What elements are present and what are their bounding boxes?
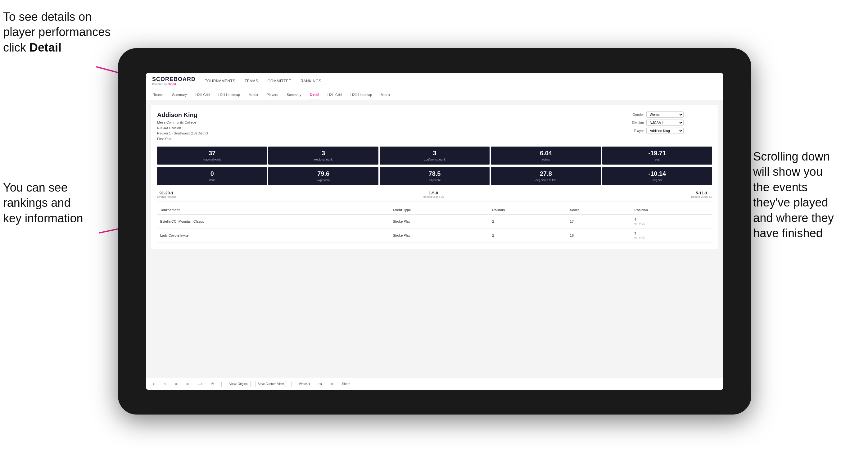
logo-text: SCOREBOARD <box>152 76 195 83</box>
main-content: Addison King Mesa Community College NJCA… <box>146 100 723 378</box>
tournament-table: Tournament Event Type Rounds Score Posit… <box>157 206 712 243</box>
zoom-out-button[interactable]: ⊕ <box>184 381 191 387</box>
stat-adj-score: 78.5 Adj Score <box>380 167 490 185</box>
score-1: 17 <box>567 214 631 228</box>
player-name: Addison King <box>157 112 208 119</box>
stat-sos: -19.71 SoS <box>602 147 712 164</box>
stat-points: 6.04 Points <box>491 147 601 164</box>
col-empty <box>364 206 390 215</box>
player-school: Mesa Community College <box>157 121 196 124</box>
stat-national-rank: 37 National Rank <box>157 147 267 164</box>
stat-avg-sg: -10.14 Avg SG <box>602 167 712 185</box>
sub-navigation: Teams Summary H2H Grid H2H Heatmap Matri… <box>146 89 723 100</box>
event-type-2: Stroke Play <box>390 228 489 242</box>
subnav-h2h-heatmap[interactable]: H2H Heatmap <box>217 90 241 99</box>
undo-button[interactable]: ↩ <box>151 381 157 387</box>
player-label: Player <box>625 129 644 132</box>
empty-cell-2 <box>364 228 390 242</box>
col-tournament: Tournament <box>157 206 364 215</box>
col-position: Position <box>631 206 712 215</box>
toolbar-sep-2: | <box>291 382 292 386</box>
stat-conference-rank: 3 Conference Rank <box>380 147 490 164</box>
view-original-button[interactable]: View: Original <box>227 381 251 387</box>
fit-button[interactable]: —+ <box>195 381 204 387</box>
zoom-in-button[interactable]: ⊕ <box>173 381 180 387</box>
player-filter-row: Player Addison King <box>625 128 712 134</box>
share-button[interactable]: Share <box>340 381 352 387</box>
toolbar-sep-1: | <box>221 382 222 386</box>
tournament-name-2: Lady Coyote Invite <box>157 228 364 242</box>
subnav-summary[interactable]: Summary <box>171 90 188 99</box>
layout-button[interactable]: □▾ <box>317 381 324 387</box>
gender-filter-row: Gender Women <box>625 112 712 118</box>
table-row: Estella CC- Mountain Classic Stroke Play… <box>157 214 712 228</box>
annotation-bottom-left: You can see rankings and key information <box>3 180 108 226</box>
stat-wins: 0 Wins <box>157 167 267 185</box>
player-header: Addison King Mesa Community College NJCA… <box>157 112 712 142</box>
position-1: 4 out of 20 <box>631 214 712 228</box>
stats-row-2: 0 Wins 79.6 Avg Score 78.5 Adj Score 27.… <box>157 167 712 185</box>
tablet-device: SCOREBOARD Powered by clippd TOURNAMENTS… <box>118 48 751 414</box>
bottom-toolbar: ↩ ↪ ⊕ ⊕ —+ ⏱ | View: Original Save Custo… <box>146 378 723 390</box>
subnav-h2h-heatmap2[interactable]: H2H Heatmap <box>349 90 373 99</box>
subnav-matrix[interactable]: Matrix <box>247 90 259 99</box>
player-select[interactable]: Addison King <box>646 128 684 134</box>
subnav-matrix2[interactable]: Matrix <box>379 90 391 99</box>
rounds-2: 2 <box>489 228 566 242</box>
subnav-h2h-grid2[interactable]: H2H Grid <box>326 90 343 99</box>
player-division: NJCAA Division 1 <box>157 126 184 130</box>
annotation-top-left: To see details on player performances cl… <box>3 9 115 55</box>
subnav-h2h-grid[interactable]: H2H Grid <box>194 90 211 99</box>
records-row: 91-20-1 Overall Record 1-5-0 Record vs t… <box>157 188 712 202</box>
col-event-type: Event Type <box>390 206 489 215</box>
overall-record: 91-20-1 Overall Record <box>157 191 176 198</box>
stats-row-1: 37 National Rank 3 Regional Rank 3 Confe… <box>157 147 712 164</box>
nav-committee[interactable]: COMMITTEE <box>268 79 291 83</box>
rounds-1: 2 <box>489 214 566 228</box>
nav-teams[interactable]: TEAMS <box>245 79 258 83</box>
empty-cell-1 <box>364 214 390 228</box>
subnav-summary2[interactable]: Summary <box>286 90 303 99</box>
save-custom-view-button[interactable]: Save Custom View <box>255 381 286 387</box>
timer-button[interactable]: ⏱ <box>209 381 216 387</box>
record-top50: 5-11-1 Record vs top 50 <box>691 191 712 198</box>
stat-avg-score-par: 27.8 Avg Score to Par <box>491 167 601 185</box>
player-info: Addison King Mesa Community College NJCA… <box>157 112 208 142</box>
player-region: Region 1 - Southwest (18) District <box>157 131 208 135</box>
division-label: Division <box>625 121 644 125</box>
subnav-teams[interactable]: Teams <box>152 90 164 99</box>
grid-button[interactable]: ⊞ <box>329 381 335 387</box>
division-filter-row: Division NJCAA I <box>625 120 712 126</box>
tablet-screen: SCOREBOARD Powered by clippd TOURNAMENTS… <box>146 73 723 390</box>
gender-select[interactable]: Women <box>646 112 684 118</box>
subnav-players[interactable]: Players <box>266 90 279 99</box>
player-year: First Year <box>157 137 172 141</box>
nav-rankings[interactable]: RANKINGS <box>301 79 321 83</box>
powered-by: Powered by clippd <box>152 83 195 86</box>
table-row: Lady Coyote Invite Stroke Play 2 16 7 ou… <box>157 228 712 242</box>
watch-button[interactable]: Watch ▾ <box>297 381 312 387</box>
top-navigation: SCOREBOARD Powered by clippd TOURNAMENTS… <box>146 73 723 89</box>
event-type-1: Stroke Play <box>390 214 489 228</box>
record-top25: 1-5-0 Record vs top 25 <box>423 191 444 198</box>
tournament-name-1: Estella CC- Mountain Classic <box>157 214 364 228</box>
division-select[interactable]: NJCAA I <box>646 120 684 126</box>
player-filters: Gender Women Division NJCAA I <box>625 112 712 134</box>
col-rounds: Rounds <box>489 206 566 215</box>
annotation-right: Scrolling down will show you the events … <box>753 149 865 241</box>
position-2: 7 out of 20 <box>631 228 712 242</box>
gender-label: Gender <box>625 113 644 117</box>
main-nav: TOURNAMENTS TEAMS COMMITTEE RANKINGS <box>205 79 321 83</box>
stat-avg-score: 79.6 Avg Score <box>268 167 378 185</box>
nav-tournaments[interactable]: TOURNAMENTS <box>205 79 235 83</box>
subnav-detail[interactable]: Detail <box>309 90 320 99</box>
player-card: Addison King Mesa Community College NJCA… <box>151 105 718 249</box>
stat-regional-rank: 3 Regional Rank <box>268 147 378 164</box>
score-2: 16 <box>567 228 631 242</box>
app-logo: SCOREBOARD Powered by clippd <box>152 76 195 86</box>
col-score: Score <box>567 206 631 215</box>
redo-button[interactable]: ↪ <box>162 381 168 387</box>
